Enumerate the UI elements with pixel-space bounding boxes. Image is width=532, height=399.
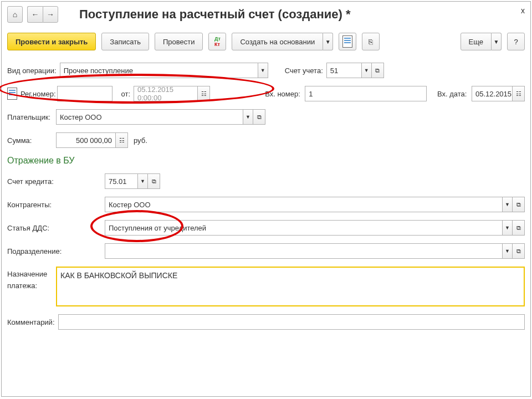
- home-button[interactable]: ⌂: [7, 6, 23, 23]
- in-date-calendar[interactable]: ☷: [513, 86, 525, 101]
- credit-account-dropdown[interactable]: ▼: [138, 173, 148, 189]
- row-division: Подразделение: ▼ ⧉: [7, 243, 525, 259]
- purpose-label-2: платежа:: [7, 278, 53, 290]
- dds-label: Статья ДДС:: [7, 224, 101, 232]
- operation-type-dropdown[interactable]: ▼: [258, 63, 268, 78]
- operation-type-label: Вид операции:: [7, 66, 57, 75]
- row-payer: Плательщик: Костер ООО ▼ ⧉: [7, 109, 525, 125]
- amount-label: Сумма:: [7, 136, 53, 145]
- back-button[interactable]: ←: [27, 6, 43, 23]
- create-based-button[interactable]: Создать на основании: [232, 33, 323, 50]
- account-input[interactable]: 51: [326, 63, 362, 78]
- create-based-split: Создать на основании ▼: [232, 33, 333, 50]
- document-icon: [342, 35, 352, 48]
- clip-button[interactable]: ⎘: [362, 33, 380, 50]
- dds-input[interactable]: Поступления от учредителей: [105, 220, 503, 236]
- payer-dropdown[interactable]: ▼: [243, 109, 253, 125]
- window-frame: x ⌂ ← → Поступление на расчетный счет (с…: [1, 1, 531, 397]
- debit-credit-icon: ДтКт: [214, 36, 221, 47]
- account-popout[interactable]: ⧉: [372, 63, 384, 78]
- credit-account-popout[interactable]: ⧉: [148, 173, 160, 189]
- forward-button[interactable]: →: [43, 6, 58, 23]
- payer-label: Плательщик:: [7, 113, 53, 121]
- paperclip-icon: ⎘: [369, 38, 373, 46]
- from-date-calendar[interactable]: ☷: [198, 86, 210, 101]
- row-operation: Вид операции: Прочее поступление ▼ Счет …: [7, 63, 525, 78]
- help-button[interactable]: ?: [507, 33, 525, 50]
- row-purpose: Назначение платежа: КАК В БАНКОВСКОЙ ВЫП…: [7, 267, 525, 306]
- amount-currency: руб.: [134, 136, 147, 145]
- row-dds: Статья ДДС: Поступления от учредителей ▼…: [7, 220, 525, 236]
- operation-type-input[interactable]: Прочее поступление: [60, 63, 258, 78]
- account-label: Счет учета:: [285, 66, 323, 75]
- submit-close-button[interactable]: Провести и закрыть: [7, 33, 96, 50]
- contractor-popout[interactable]: ⧉: [513, 197, 525, 212]
- more-button[interactable]: Еще: [461, 33, 492, 50]
- toolbar: Провести и закрыть Записать Провести ДтК…: [7, 33, 525, 50]
- row-comment: Комментарий:: [7, 314, 525, 330]
- from-date-input[interactable]: 05.12.2015 0:00:00: [134, 86, 198, 101]
- regnumber-label: Рег.номер:: [21, 90, 54, 98]
- nav-group: ← →: [27, 6, 58, 23]
- contractor-dropdown[interactable]: ▼: [503, 197, 513, 212]
- division-label: Подразделение:: [7, 247, 101, 255]
- division-popout[interactable]: ⧉: [513, 243, 525, 259]
- payer-input[interactable]: Костер ООО: [56, 109, 243, 125]
- doc-button[interactable]: [339, 33, 356, 50]
- contractor-label: Контрагенты:: [7, 201, 101, 209]
- row-contractor: Контрагенты: Костер ООО ▼ ⧉: [7, 197, 525, 212]
- submit-button[interactable]: Провести: [155, 33, 203, 50]
- more-split: Еще ▼: [461, 33, 502, 50]
- comment-input[interactable]: [58, 314, 525, 330]
- division-dropdown[interactable]: ▼: [503, 243, 513, 259]
- row-regnumber: Рег.номер: от: 05.12.2015 0:00:00 ☷ Вх. …: [7, 86, 525, 101]
- dtkt-button[interactable]: ДтКт: [208, 33, 226, 50]
- regnumber-input[interactable]: [57, 86, 112, 101]
- purpose-textarea[interactable]: КАК В БАНКОВСКОЙ ВЫПИСКЕ: [56, 267, 525, 306]
- amount-calc[interactable]: ☷: [116, 132, 128, 148]
- doc-indicator-icon: [7, 88, 17, 100]
- in-number-label: Вх. номер:: [265, 90, 301, 98]
- payer-popout[interactable]: ⧉: [253, 109, 265, 125]
- close-icon[interactable]: x: [521, 6, 525, 15]
- row-amount: Сумма: 500 000,00 ☷ руб.: [7, 132, 525, 148]
- section-bu-title: Отражение в БУ: [7, 156, 525, 166]
- dds-popout[interactable]: ⧉: [513, 220, 525, 236]
- account-dropdown[interactable]: ▼: [362, 63, 372, 78]
- from-label: от:: [116, 90, 130, 98]
- contractor-input[interactable]: Костер ООО: [105, 197, 503, 212]
- amount-input[interactable]: 500 000,00: [56, 132, 116, 148]
- division-input[interactable]: [105, 243, 503, 259]
- purpose-label-1: Назначение: [7, 267, 53, 278]
- dds-dropdown[interactable]: ▼: [503, 220, 513, 236]
- comment-label: Комментарий:: [7, 318, 55, 326]
- create-based-dropdown[interactable]: ▼: [323, 33, 333, 50]
- in-date-label: Вх. дата:: [437, 90, 468, 98]
- row-credit-account: Счет кредита: 75.01 ▼ ⧉: [7, 173, 525, 189]
- in-date-input[interactable]: 05.12.2015: [472, 86, 513, 101]
- credit-account-label: Счет кредита:: [7, 177, 101, 186]
- page-title: Поступление на расчетный счет (создание)…: [79, 7, 350, 22]
- save-button[interactable]: Записать: [101, 33, 149, 50]
- credit-account-input[interactable]: 75.01: [105, 173, 138, 189]
- header-row: ⌂ ← → Поступление на расчетный счет (соз…: [7, 6, 525, 23]
- more-dropdown[interactable]: ▼: [492, 33, 502, 50]
- in-number-input[interactable]: 1: [305, 86, 427, 101]
